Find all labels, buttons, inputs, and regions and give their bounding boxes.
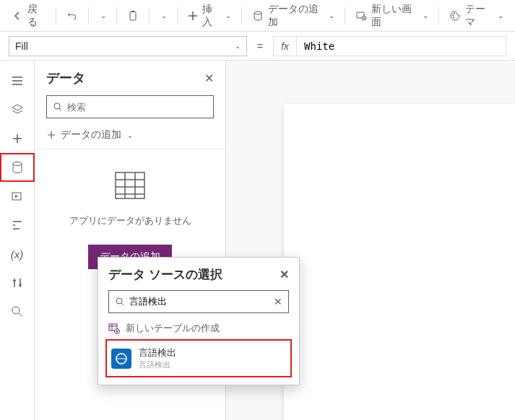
svg-point-2 — [254, 12, 261, 14]
result-title: 言語検出 — [139, 346, 176, 359]
separator — [345, 7, 345, 25]
chevron-down-icon: ⌄ — [225, 12, 231, 19]
result-subtitle: 言語検出 — [139, 359, 176, 370]
create-new-table[interactable]: 新しいテーブルの作成 — [108, 322, 289, 335]
panel-header: データ ✕ — [35, 61, 225, 92]
add-data-row[interactable]: データの追加 ⌄ — [35, 124, 225, 149]
chevron-down-icon: ⌄ — [235, 42, 241, 50]
back-arrow-icon — [12, 10, 23, 22]
flow-icon — [11, 219, 24, 232]
chevron-down-icon: ⌄ — [329, 12, 334, 19]
rail-data[interactable] — [0, 153, 35, 182]
popup-search-input[interactable] — [129, 297, 269, 307]
panel-search[interactable] — [46, 95, 214, 118]
panel-search-input[interactable] — [67, 102, 207, 113]
chevron-down-icon: ⌄ — [127, 131, 133, 139]
svg-point-11 — [12, 307, 20, 314]
svg-rect-0 — [130, 12, 136, 20]
plus-icon — [12, 133, 23, 144]
add-data-label: データの追加 — [268, 3, 323, 29]
formula-bar: Fill ⌄ = fx — [0, 32, 515, 61]
svg-point-12 — [54, 103, 60, 109]
insert-label: 挿入 — [202, 3, 220, 29]
clipboard-icon — [127, 10, 139, 22]
chevron-down-icon: ⌄ — [423, 12, 428, 19]
popup-search[interactable]: ✕ — [108, 290, 289, 313]
svg-point-5 — [452, 14, 454, 16]
popup-header: データ ソースの選択 ✕ — [108, 266, 289, 283]
table-plus-icon — [108, 323, 120, 334]
palette-icon — [449, 10, 461, 22]
data-source-popup: データ ソースの選択 ✕ ✕ 新しいテーブルの作成 言語検出 言語検出 — [98, 257, 300, 385]
close-panel-button[interactable]: ✕ — [204, 71, 214, 85]
add-data-button[interactable]: データの追加 ⌄ — [246, 4, 340, 27]
theme-label: テーマ — [465, 3, 492, 29]
paste-button[interactable] — [121, 4, 144, 27]
variable-icon: (x) — [11, 248, 24, 261]
add-data-label: データの追加 — [61, 128, 121, 141]
separator — [438, 7, 439, 25]
close-popup-button[interactable]: ✕ — [280, 268, 289, 281]
empty-message: アプリにデータがありません — [69, 214, 191, 227]
paste-dropdown[interactable]: ⌄ — [154, 4, 173, 27]
database-icon — [11, 161, 24, 174]
separator — [149, 7, 150, 25]
undo-icon — [66, 10, 78, 22]
rail-search[interactable] — [0, 297, 35, 326]
empty-state: アプリにデータがありません データの追加 — [35, 149, 225, 269]
search-icon — [115, 297, 125, 307]
main-area: (x) データ ✕ データの追加 ⌄ アプリにデータがありません — [0, 61, 515, 420]
plus-icon — [188, 11, 198, 21]
hamburger-icon — [11, 74, 24, 87]
theme-button[interactable]: テーマ ⌄ — [443, 4, 509, 27]
rail-variables[interactable]: (x) — [0, 240, 35, 268]
property-selector[interactable]: Fill ⌄ — [9, 36, 247, 56]
equals-sign: = — [253, 40, 267, 52]
database-icon — [252, 10, 264, 22]
fx-label[interactable]: fx — [274, 37, 297, 56]
chevron-down-icon: ⌄ — [100, 12, 106, 19]
property-value: Fill — [15, 40, 28, 52]
rail-media[interactable] — [0, 182, 35, 211]
rail-tree-view[interactable] — [0, 66, 35, 95]
left-rail: (x) — [0, 61, 35, 420]
back-button[interactable]: 戻る — [6, 4, 51, 27]
search-icon — [11, 305, 24, 318]
top-toolbar: 戻る ⌄ ⌄ 挿入 ⌄ データの追加 ⌄ 新しい画面 ⌄ — [0, 0, 515, 32]
undo-button[interactable] — [61, 4, 84, 27]
rail-tools[interactable] — [0, 268, 35, 297]
media-icon — [11, 190, 24, 203]
separator — [88, 7, 89, 25]
insert-button[interactable]: 挿入 ⌄ — [182, 4, 237, 27]
tools-icon — [11, 276, 24, 289]
result-text: 言語検出 言語検出 — [139, 346, 176, 370]
rail-flows[interactable] — [0, 211, 35, 240]
svg-point-7 — [453, 17, 454, 18]
separator — [177, 7, 178, 25]
rail-add[interactable] — [0, 124, 35, 153]
plus-icon — [46, 130, 56, 140]
connector-icon — [111, 349, 131, 369]
table-icon — [114, 171, 146, 200]
separator — [116, 7, 117, 25]
new-screen-label: 新しい画面 — [371, 3, 417, 29]
svg-point-10 — [17, 221, 18, 222]
layers-icon — [11, 103, 24, 116]
back-label: 戻る — [27, 3, 46, 29]
search-result-item[interactable]: 言語検出 言語検出 — [108, 342, 289, 375]
svg-point-6 — [454, 12, 455, 14]
search-icon — [53, 102, 63, 112]
panel-title: データ — [46, 69, 85, 87]
app-screen[interactable] — [284, 104, 515, 420]
undo-dropdown[interactable]: ⌄ — [93, 4, 112, 27]
svg-point-8 — [13, 162, 22, 166]
new-table-label: 新しいテーブルの作成 — [126, 322, 220, 335]
new-screen-button[interactable]: 新しい画面 ⌄ — [350, 4, 434, 27]
clear-search-button[interactable]: ✕ — [274, 296, 282, 307]
rail-insert[interactable] — [0, 95, 35, 124]
chevron-down-icon: ⌄ — [498, 12, 503, 19]
chevron-down-icon: ⌄ — [161, 12, 167, 19]
screen-icon — [355, 10, 367, 22]
svg-point-14 — [116, 298, 122, 304]
formula-input[interactable] — [297, 37, 506, 56]
